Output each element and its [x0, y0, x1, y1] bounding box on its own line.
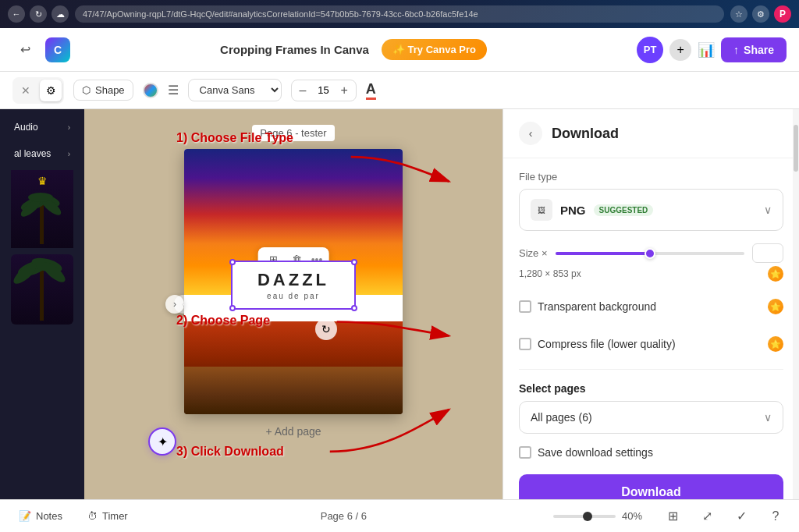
- premium-icon-2[interactable]: ⭐: [768, 299, 783, 314]
- share-icon: ↑: [733, 44, 739, 56]
- pages-selector-text: All pages (6): [531, 411, 592, 424]
- palm-tree-svg: [19, 190, 66, 248]
- toolbar-center: Cropping Frames In Canva ✨ Try Canva Pro: [80, 39, 627, 60]
- text-color-button[interactable]: A: [366, 81, 376, 100]
- sidebar-item-leaves[interactable]: al leaves ›: [8, 144, 76, 164]
- panel-title: Download: [552, 126, 619, 142]
- back-icon[interactable]: ←: [8, 5, 25, 23]
- page-info: Page 6 / 6: [147, 510, 541, 522]
- magic-button[interactable]: ✦: [148, 427, 176, 456]
- transparent-bg-label[interactable]: Transparent background: [519, 300, 656, 313]
- font-size-increase-button[interactable]: +: [338, 82, 351, 99]
- cloud-icon[interactable]: ☁: [51, 5, 69, 23]
- selection-handle-tl: [229, 259, 236, 265]
- grid-view-button[interactable]: ⊞: [662, 505, 684, 527]
- size-slider-fill: [556, 252, 650, 255]
- file-type-left: 🖼 PNG SUGGESTED: [531, 199, 653, 221]
- sidebar-audio-chevron-icon: ›: [68, 123, 70, 132]
- sidebar-thumbnail-1[interactable]: ♛: [11, 170, 73, 248]
- select-pages-section: Select pages All pages (6) ∨: [519, 382, 783, 434]
- canva-toolbar: ↩ C Cropping Frames In Canva ✨ Try Canva…: [0, 28, 799, 72]
- status-bar: 📝 Notes ⏱ Timer Page 6 / 6 40% ⊞ ⤢ ✓ ?: [0, 499, 799, 532]
- panel-scroll-thumb[interactable]: [794, 125, 798, 172]
- size-section: Size × 1 1,280 × 853 px ⭐: [519, 243, 783, 282]
- secondary-toolbar: ✕ ⚙ ⬡ Shape ☰ Canva Sans – 15 + A: [0, 72, 799, 109]
- save-settings-checkbox[interactable]: [519, 446, 531, 459]
- avatar[interactable]: PT: [637, 37, 663, 63]
- help-button[interactable]: ?: [765, 505, 787, 527]
- pages-chevron-icon: ∨: [764, 411, 772, 424]
- add-page-bar[interactable]: + Add page: [265, 425, 321, 438]
- sidebar-item-audio[interactable]: Audio ›: [8, 117, 76, 137]
- canvas-text-dazzl: DAZZL: [245, 270, 342, 290]
- canvas-frame[interactable]: ⊞ 🗑 ••• DAZZL eau de par ↻: [184, 149, 403, 414]
- panel-back-button[interactable]: ‹: [519, 122, 542, 145]
- size-px-row: 1,280 × 853 px ⭐: [519, 266, 783, 282]
- selection-handle-tr: [351, 259, 357, 265]
- extension-icon[interactable]: ⚙: [752, 5, 769, 23]
- sidebar-leaves-label: al leaves: [14, 148, 68, 159]
- sidebar-audio-label: Audio: [14, 122, 68, 133]
- browser-bar: ← ↻ ☁ 47/47/ApOwning-rqpL7/dtG-HqcQ/edit…: [0, 0, 799, 28]
- left-sidebar: Audio › al leaves › ♛ ♛: [0, 109, 84, 499]
- share-button[interactable]: ↑ Share: [721, 37, 787, 62]
- user-icon[interactable]: P: [774, 5, 791, 23]
- size-px-label: 1,280 × 853 px: [519, 268, 581, 279]
- section-divider: [519, 369, 783, 370]
- notes-button[interactable]: 📝 Notes: [12, 507, 69, 525]
- toolbar-right: PT + 📊 ↑ Share: [637, 37, 787, 63]
- pages-selector[interactable]: All pages (6) ∨: [519, 401, 783, 434]
- font-size-decrease-button[interactable]: –: [297, 82, 310, 99]
- panel-header: ‹ Download: [503, 109, 799, 158]
- check-button[interactable]: ✓: [730, 505, 752, 527]
- lines-icon[interactable]: ☰: [168, 83, 179, 98]
- refresh-icon[interactable]: ↻: [30, 5, 47, 23]
- shape-button[interactable]: ⬡ Shape: [73, 80, 133, 101]
- add-team-member-button[interactable]: +: [669, 39, 691, 61]
- zoom-slider[interactable]: [553, 515, 616, 518]
- bookmark-icon[interactable]: ☆: [730, 5, 748, 23]
- main-area: Audio › al leaves › ♛ ♛: [0, 109, 799, 499]
- premium-icon-1[interactable]: ⭐: [768, 266, 783, 282]
- shape-icon: ⬡: [82, 84, 91, 96]
- url-bar[interactable]: 47/47/ApOwning-rqpL7/dtG-HqcQ/edit#analy…: [75, 5, 724, 23]
- try-canva-pro-button[interactable]: ✨ Try Canva Pro: [382, 39, 487, 60]
- file-type-label: File type: [519, 171, 783, 183]
- size-slider[interactable]: [556, 252, 745, 255]
- save-settings-label: Save download settings: [538, 446, 653, 459]
- sidebar-thumbnail-2[interactable]: ♛: [11, 254, 73, 325]
- magic-icon: ✦: [158, 434, 168, 449]
- compress-label[interactable]: Compress file (lower quality): [519, 338, 676, 350]
- canvas-text-box[interactable]: DAZZL eau de par: [231, 261, 356, 310]
- fullscreen-button[interactable]: ⤢: [696, 505, 718, 527]
- font-selector[interactable]: Canva Sans: [188, 79, 282, 101]
- scroll-right-button[interactable]: ›: [165, 295, 184, 314]
- file-type-selector[interactable]: 🖼 PNG SUGGESTED ∨: [519, 189, 783, 231]
- timer-button[interactable]: ⏱ Timer: [81, 507, 134, 525]
- download-button[interactable]: Download: [519, 474, 783, 499]
- size-input[interactable]: 1: [752, 243, 783, 263]
- sidebar-toggle-group: ✕ ⚙: [12, 77, 64, 104]
- compress-row: Compress file (lower quality) ⭐: [519, 332, 783, 356]
- transparent-bg-checkbox[interactable]: [519, 300, 531, 313]
- undo-button[interactable]: ↩: [12, 37, 37, 62]
- select-pages-label: Select pages: [519, 382, 783, 395]
- size-slider-wrap: [556, 252, 745, 255]
- annotation-label-3: 3) Click Download: [176, 445, 284, 459]
- sunset-sand: [184, 367, 403, 414]
- project-title: Cropping Frames In Canva: [220, 43, 369, 56]
- compress-checkbox[interactable]: [519, 338, 531, 350]
- svg-rect-6: [40, 270, 44, 321]
- timer-icon: ⏱: [87, 510, 98, 522]
- canva-logo[interactable]: C: [45, 37, 70, 62]
- png-icon: 🖼: [531, 199, 552, 221]
- premium-icon-3[interactable]: ⭐: [768, 336, 783, 352]
- size-slider-thumb: [645, 248, 655, 259]
- suggested-badge: SUGGESTED: [594, 204, 654, 216]
- crown-icon: ♛: [37, 175, 48, 187]
- analytics-icon[interactable]: 📊: [698, 41, 715, 59]
- color-picker[interactable]: [143, 83, 158, 98]
- adjust-sidebar-button[interactable]: ⚙: [40, 80, 62, 101]
- canvas-refresh-icon[interactable]: ↻: [315, 318, 337, 340]
- close-sidebar-button[interactable]: ✕: [15, 80, 37, 101]
